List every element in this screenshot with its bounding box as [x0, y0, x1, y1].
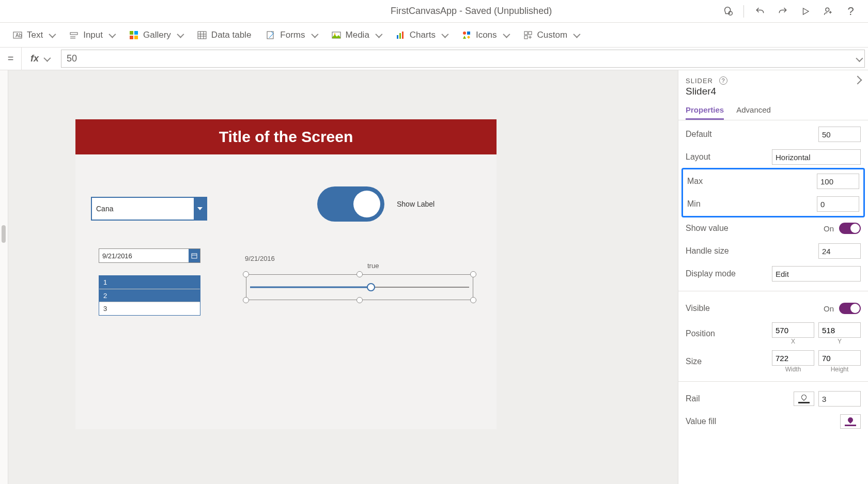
ribbon-custom[interactable]: Custom	[523, 30, 579, 40]
ribbon-forms[interactable]: Forms	[266, 30, 316, 40]
ribbon-charts[interactable]: Charts	[395, 30, 447, 40]
prop-max-input[interactable]	[817, 174, 859, 189]
prop-size-height[interactable]	[818, 350, 861, 366]
redo-button[interactable]	[773, 2, 792, 21]
resize-handle[interactable]	[357, 297, 363, 303]
prop-rail: Rail	[686, 390, 861, 408]
chevron-down-icon	[440, 30, 447, 40]
show-value-toggle[interactable]	[839, 223, 861, 234]
icons-icon	[461, 30, 472, 40]
app-screen: Title of the Screen Cana Show Label 9/21…	[75, 119, 497, 429]
svg-rect-26	[529, 32, 532, 35]
left-gutter[interactable]	[0, 70, 8, 484]
separator	[743, 5, 744, 18]
svg-rect-8	[130, 31, 133, 35]
tab-advanced[interactable]: Advanced	[736, 101, 771, 120]
toggle-knob	[353, 191, 380, 217]
visible-toggle[interactable]	[839, 303, 861, 314]
prop-label: Default	[686, 130, 712, 139]
dropdown-chevron-icon[interactable]	[194, 198, 206, 220]
ribbon-input[interactable]: Input	[69, 30, 114, 40]
value-fill-color-swatch[interactable]	[840, 414, 861, 429]
prop-label: Max	[687, 177, 703, 186]
listbox-item[interactable]: 3	[99, 302, 200, 315]
forms-icon	[266, 30, 276, 40]
slider-thumb[interactable]	[367, 283, 375, 291]
fx-label[interactable]: fx	[22, 48, 58, 70]
toggle-control: Show Label	[317, 186, 435, 222]
resize-handle[interactable]	[470, 271, 476, 277]
axis-label: X	[791, 338, 795, 345]
prop-min-input[interactable]	[817, 196, 859, 212]
resize-handle[interactable]	[357, 271, 363, 277]
ribbon-media[interactable]: Media	[331, 30, 381, 40]
prop-position: Position X Y	[686, 322, 861, 345]
prop-display-mode-select[interactable]: Edit	[772, 266, 861, 282]
resize-handle[interactable]	[243, 297, 249, 303]
prop-value-fill: Value fill	[686, 413, 861, 430]
svg-rect-11	[134, 36, 138, 39]
screen-title: Title of the Screen	[75, 119, 497, 154]
chevron-down-icon	[42, 53, 49, 64]
gutter-thumb[interactable]	[2, 225, 6, 243]
resize-handle[interactable]	[470, 297, 476, 303]
slider-control-selected[interactable]	[246, 274, 473, 300]
svg-point-0	[729, 11, 732, 15]
canvas[interactable]: Title of the Screen Cana Show Label 9/21…	[8, 70, 678, 484]
help-icon[interactable]: ?	[719, 76, 727, 85]
dropdown-control[interactable]: Cana	[91, 197, 207, 221]
app-checker-icon[interactable]	[719, 2, 737, 21]
date-echo-label: 9/21/2016	[245, 255, 275, 262]
share-button[interactable]	[818, 2, 837, 21]
svg-rect-20	[397, 35, 398, 39]
datatable-icon	[197, 30, 207, 40]
prop-handle-size-input[interactable]	[818, 243, 861, 259]
chevron-down-icon	[501, 30, 508, 40]
play-button[interactable]	[796, 2, 814, 21]
expand-formula-icon[interactable]	[854, 53, 861, 64]
ribbon-gallery[interactable]: Gallery	[129, 30, 182, 40]
ribbon-text[interactable]: Abc Text	[12, 30, 54, 40]
ribbon-media-label: Media	[346, 30, 369, 40]
properties-panel: SLIDER ? Slider4 Properties Advanced Def…	[678, 70, 868, 484]
svg-rect-28	[192, 254, 197, 258]
ribbon-datatable[interactable]: Data table	[197, 30, 252, 40]
prop-size-width[interactable]	[772, 350, 814, 366]
control-name[interactable]: Slider4	[678, 85, 868, 101]
help-button[interactable]: ?	[841, 2, 860, 21]
ribbon-gallery-label: Gallery	[143, 30, 171, 40]
prop-position-x[interactable]	[772, 322, 814, 338]
svg-rect-9	[134, 31, 138, 35]
prop-position-y[interactable]	[818, 322, 861, 338]
equals-icon: =	[0, 48, 22, 70]
listbox-item[interactable]: 1	[99, 276, 200, 289]
axis-label: Height	[831, 366, 849, 373]
prop-rail-input[interactable]	[818, 391, 861, 407]
chevron-down-icon	[374, 30, 381, 40]
svg-rect-25	[524, 32, 528, 35]
insert-ribbon: Abc Text Input Gallery Data table Forms …	[0, 23, 868, 48]
tab-properties[interactable]: Properties	[686, 101, 724, 120]
datepicker-control[interactable]: 9/21/2016	[99, 248, 200, 263]
prop-size: Size Width Height	[686, 350, 861, 373]
listbox-item[interactable]: 2	[99, 289, 200, 303]
highlight-max-min: Max Min	[681, 168, 865, 217]
undo-button[interactable]	[750, 2, 769, 21]
listbox-control[interactable]: 1 2 3	[99, 275, 200, 316]
properties-tabs: Properties Advanced	[678, 101, 868, 120]
prop-show-value: Show value On	[686, 220, 861, 237]
rail-color-swatch[interactable]	[794, 392, 814, 406]
toggle-label: Show Label	[397, 200, 435, 208]
formula-input[interactable]: 50	[61, 50, 865, 68]
toggle-switch[interactable]	[317, 186, 384, 222]
prop-default-input[interactable]	[818, 127, 861, 142]
prop-label: Visible	[686, 304, 710, 313]
resize-handle[interactable]	[243, 271, 249, 277]
separator	[678, 291, 868, 291]
ribbon-icons[interactable]: Icons	[461, 30, 508, 40]
calendar-icon[interactable]	[189, 249, 200, 262]
ribbon-input-label: Input	[83, 30, 103, 40]
prop-layout-select[interactable]: Horizontal	[772, 149, 861, 165]
collapse-panel-icon[interactable]	[855, 77, 861, 85]
prop-max: Max	[687, 173, 859, 190]
